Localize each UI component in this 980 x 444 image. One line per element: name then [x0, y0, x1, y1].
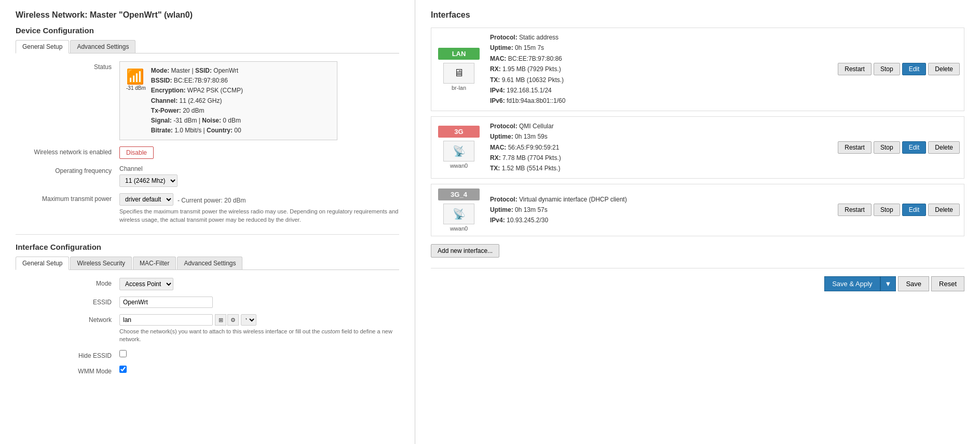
signal-text-label: Signal:: [151, 117, 172, 124]
tab-iface-general[interactable]: General Setup: [16, 257, 69, 270]
max-transmit-label: Maximum transmit power: [16, 193, 119, 203]
noise-label: Noise:: [202, 117, 221, 124]
lan-details: Protocol: Static address Uptime: 0h 15m …: [490, 32, 830, 106]
status-bitrate: 1.0 Mbit/s: [174, 127, 201, 134]
save-apply-group: Save & Apply ▼: [824, 276, 896, 291]
interface-3g4: 3G_4 📡 wwan0 Protocol: Virtual dynamic i…: [431, 184, 964, 236]
lan-delete-btn[interactable]: Delete: [928, 63, 960, 75]
disable-button[interactable]: Disable: [119, 146, 154, 159]
interface-3g: 3G 📡 wwan0 Protocol: QMI Cellular Uptime…: [431, 116, 964, 179]
lan-badge-label: LAN: [438, 48, 480, 60]
lan-restart-btn[interactable]: Restart: [838, 63, 872, 75]
3g4-details: Protocol: Virtual dynamic interface (DHC…: [490, 194, 830, 226]
status-bssid: BC:EE:7B:97:80:86: [174, 77, 228, 84]
wireless-enabled-label: Wireless network is enabled: [16, 146, 119, 156]
ssid-label: SSID:: [195, 67, 212, 74]
3g-icon: 📡: [443, 141, 474, 162]
essid-label: ESSID: [16, 297, 119, 306]
network-settings-icon[interactable]: ⚙: [227, 314, 239, 326]
status-channel: 11 (2.462 GHz): [179, 97, 222, 104]
3g-actions: Restart Stop Edit Delete: [830, 141, 960, 154]
status-noise: 0 dBm: [223, 117, 241, 124]
hide-essid-checkbox[interactable]: [119, 350, 127, 357]
3g-edit-btn[interactable]: Edit: [902, 141, 927, 154]
encryption-label: Encryption:: [151, 87, 186, 94]
essid-input[interactable]: [119, 297, 213, 308]
device-config-title: Device Configuration: [16, 26, 399, 35]
bitrate-label: Bitrate:: [151, 127, 173, 134]
wifi-icon: 📶: [126, 68, 146, 85]
status-label: Status: [16, 61, 119, 71]
interface-config-tabs: General Setup Wireless Security MAC-Filt…: [16, 257, 399, 270]
interfaces-title: Interfaces: [431, 10, 964, 20]
add-interface-button[interactable]: Add new interface...: [431, 244, 499, 258]
3g4-actions: Restart Stop Edit Delete: [830, 204, 960, 216]
bssid-label: BSSID:: [151, 77, 172, 84]
interface-config-title: Interface Configuration: [16, 243, 399, 251]
transmit-power-select[interactable]: driver default 10 dBm 20 dBm: [119, 193, 173, 206]
3g-stop-btn[interactable]: Stop: [874, 141, 900, 154]
tab-general-setup[interactable]: General Setup: [16, 40, 69, 53]
tab-iface-advanced[interactable]: Advanced Settings: [177, 257, 242, 270]
status-signal: -31 dBm: [173, 117, 197, 124]
3g-details: Protocol: QMI Cellular Uptime: 0h 13m 59…: [490, 121, 830, 174]
3g4-stop-btn[interactable]: Stop: [874, 204, 900, 216]
save-apply-button[interactable]: Save & Apply: [824, 276, 880, 291]
save-apply-dropdown[interactable]: ▼: [880, 276, 896, 291]
current-power-label: - Current power: 20 dBm: [178, 195, 246, 204]
lan-icon: 🖥: [443, 63, 474, 84]
lan-actions: Restart Stop Edit Delete: [830, 63, 960, 75]
device-config-tabs: General Setup Advanced Settings: [16, 40, 399, 53]
network-label: Network: [16, 314, 119, 324]
save-button[interactable]: Save: [898, 276, 929, 291]
3g-restart-btn[interactable]: Restart: [838, 141, 872, 154]
3g-badge: 3G 📡 wwan0: [435, 126, 482, 169]
mode-select[interactable]: Access Point Client Ad-Hoc Monitor: [119, 278, 173, 290]
network-field: ⊞ ⚙ ▼: [119, 314, 399, 326]
country-label: Country:: [207, 127, 233, 134]
3g4-delete-btn[interactable]: Delete: [928, 204, 960, 216]
3g4-icon: 📡: [443, 204, 474, 224]
tab-mac-filter[interactable]: MAC-Filter: [133, 257, 176, 270]
3g-badge-label: 3G: [438, 126, 480, 138]
3g-delete-btn[interactable]: Delete: [928, 141, 960, 154]
3g4-badge: 3G_4 📡 wwan0: [435, 189, 482, 232]
channel-select[interactable]: 11 (2462 Mhz) 1 (2412 Mhz) 6 (2437 Mhz): [119, 174, 178, 187]
tab-advanced-settings[interactable]: Advanced Settings: [70, 40, 135, 53]
status-ssid: OpenWrt: [213, 67, 238, 74]
status-country: 00: [234, 127, 241, 134]
status-mode: Master: [171, 67, 190, 74]
network-help: Choose the network(s) you want to attach…: [119, 328, 399, 344]
lan-edit-btn[interactable]: Edit: [902, 63, 927, 75]
3g4-device-name: wwan0: [450, 225, 468, 232]
reset-button[interactable]: Reset: [931, 276, 964, 291]
wmm-mode-label: WMM Mode: [16, 366, 119, 375]
3g-device-name: wwan0: [450, 163, 468, 169]
3g4-edit-btn[interactable]: Edit: [902, 204, 927, 216]
operating-freq-label: Operating frequency: [16, 165, 119, 174]
network-dropdown[interactable]: ▼: [241, 314, 256, 326]
hide-essid-label: Hide ESSID: [16, 350, 119, 359]
network-grid-icon[interactable]: ⊞: [215, 314, 226, 326]
3g4-restart-btn[interactable]: Restart: [838, 204, 872, 216]
signal-dbm: -31 dBm: [126, 85, 146, 91]
bottom-actions: Save & Apply ▼ Save Reset: [431, 268, 964, 291]
mode-field-label: Mode: [16, 278, 119, 287]
tab-wireless-security[interactable]: Wireless Security: [70, 257, 132, 270]
interface-lan: LAN 🖥 br-lan Protocol: Static address Up…: [431, 28, 964, 111]
lan-stop-btn[interactable]: Stop: [874, 63, 900, 75]
channel-sublabel: Channel: [119, 165, 399, 172]
status-box: 📶 -31 dBm Mode: Master | SSID: OpenWrt B…: [119, 61, 337, 140]
lan-device-name: br-lan: [452, 85, 466, 91]
transmit-power-help: Specifies the maximum transmit power the…: [119, 208, 399, 224]
network-input[interactable]: [119, 314, 213, 326]
txpower-label: Tx-Power:: [151, 107, 181, 114]
3g4-badge-label: 3G_4: [438, 189, 480, 200]
status-encryption: WPA2 PSK (CCMP): [187, 87, 243, 94]
mode-label: Mode:: [151, 67, 169, 74]
status-txpower: 20 dBm: [183, 107, 204, 114]
channel-label: Channel:: [151, 97, 178, 104]
wmm-mode-checkbox[interactable]: [119, 366, 127, 373]
page-title: Wireless Network: Master "OpenWrt" (wlan…: [16, 10, 399, 20]
lan-badge: LAN 🖥 br-lan: [435, 48, 482, 91]
